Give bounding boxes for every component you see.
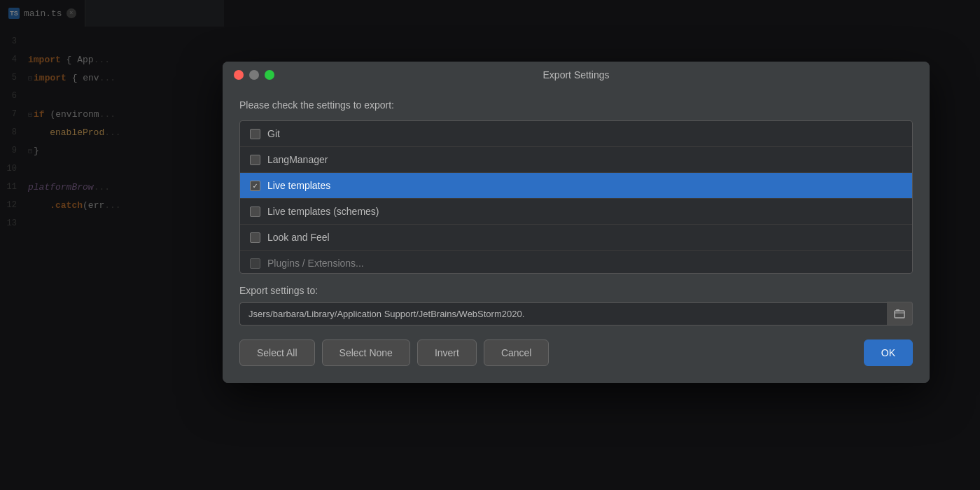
settings-list: Git LangManager ✓ Live templates	[239, 120, 913, 274]
export-settings-dialog: Export Settings Please check the setting…	[223, 62, 930, 383]
settings-item-git-label: Git	[267, 128, 280, 139]
dialog-description: Please check the settings to export:	[239, 99, 913, 111]
dialog-buttons: Select All Select None Invert Cancel OK	[239, 340, 913, 366]
settings-item-lang-manager[interactable]: LangManager	[240, 147, 912, 173]
settings-item-live-templates[interactable]: ✓ Live templates	[240, 173, 912, 199]
dialog-body: Please check the settings to export: Git…	[223, 88, 930, 383]
checkbox-git[interactable]	[250, 129, 260, 139]
settings-item-live-templates-schemes[interactable]: Live templates (schemes)	[240, 199, 912, 225]
select-none-button[interactable]: Select None	[322, 340, 410, 366]
svg-rect-0	[895, 311, 904, 318]
close-window-button[interactable]	[234, 70, 244, 80]
browse-button[interactable]	[887, 302, 913, 326]
svg-rect-1	[896, 309, 899, 312]
settings-item-live-templates-schemes-label: Live templates (schemes)	[267, 206, 379, 217]
cancel-button[interactable]: Cancel	[484, 340, 550, 366]
settings-item-live-templates-label: Live templates	[267, 180, 330, 191]
settings-item-plugins[interactable]: Plugins / Extensions...	[240, 251, 912, 273]
select-all-button[interactable]: Select All	[239, 340, 315, 366]
checkbox-look-and-feel[interactable]	[250, 232, 260, 243]
invert-button[interactable]: Invert	[417, 340, 477, 366]
export-path-label: Export settings to:	[239, 285, 913, 296]
checkbox-plugins[interactable]	[250, 258, 260, 269]
minimize-window-button[interactable]	[249, 70, 259, 80]
checkbox-live-templates[interactable]: ✓	[250, 181, 260, 191]
checkbox-live-templates-schemes[interactable]	[250, 206, 260, 217]
export-path-row	[239, 302, 913, 326]
settings-item-git[interactable]: Git	[240, 121, 912, 147]
dialog-titlebar: Export Settings	[223, 62, 930, 88]
dialog-title: Export Settings	[543, 69, 610, 80]
settings-item-lang-manager-label: LangManager	[267, 154, 328, 165]
checkbox-lang-manager[interactable]	[250, 155, 260, 165]
maximize-window-button[interactable]	[265, 70, 274, 80]
export-path-input[interactable]	[239, 302, 887, 326]
settings-item-look-and-feel-label: Look and Feel	[267, 232, 330, 243]
traffic-lights	[234, 70, 274, 80]
settings-item-plugins-label: Plugins / Extensions...	[267, 258, 364, 269]
ok-button[interactable]: OK	[864, 340, 913, 366]
settings-item-look-and-feel[interactable]: Look and Feel	[240, 225, 912, 251]
